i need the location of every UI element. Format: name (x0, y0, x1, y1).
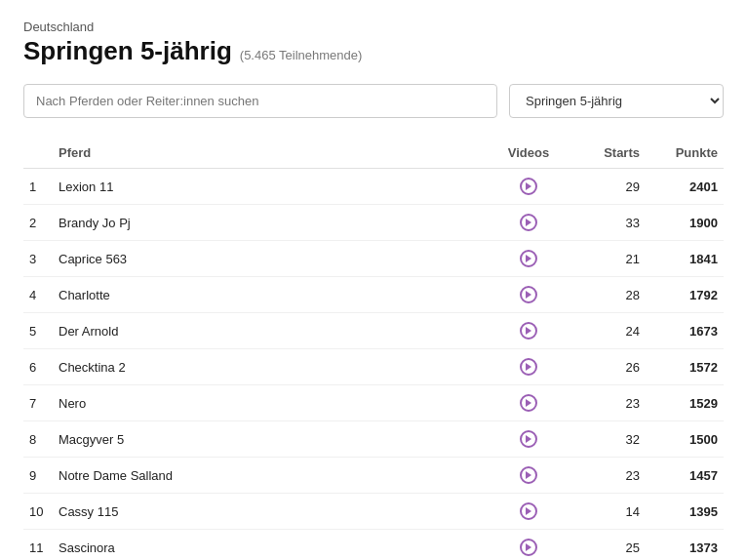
horse-name-cell: Brandy Jo Pj (53, 205, 490, 241)
starts-cell: 29 (568, 169, 646, 205)
rank-column-header (23, 138, 53, 169)
video-cell[interactable] (490, 277, 568, 313)
horse-name-cell: Macgyver 5 (53, 421, 490, 458)
horse-name-cell: Cassy 115 (53, 494, 490, 530)
points-cell: 1792 (646, 277, 724, 313)
points-cell: 1572 (646, 349, 724, 385)
points-cell: 1500 (646, 421, 724, 458)
play-icon[interactable] (520, 178, 537, 195)
rank-cell: 3 (23, 241, 53, 277)
rank-cell: 5 (23, 313, 53, 349)
videos-column-header: Videos (490, 138, 568, 169)
play-icon[interactable] (520, 466, 537, 484)
video-cell[interactable] (490, 421, 568, 458)
play-icon[interactable] (520, 214, 537, 231)
horse-name-cell: Der Arnold (53, 313, 490, 349)
points-cell: 1529 (646, 385, 724, 421)
starts-cell: 23 (568, 458, 646, 494)
starts-column-header: Starts (568, 138, 646, 169)
rank-cell: 6 (23, 349, 53, 385)
table-header-row: Pferd Videos Starts Punkte (23, 138, 724, 169)
horse-name-cell: Charlotte (53, 277, 490, 313)
rank-cell: 8 (23, 421, 53, 458)
video-cell[interactable] (490, 241, 568, 277)
points-cell: 1673 (646, 313, 724, 349)
points-cell: 1841 (646, 241, 724, 277)
starts-cell: 23 (568, 385, 646, 421)
title-row: Springen 5-jährig (5.465 Teilnehmende) (23, 36, 724, 66)
controls-bar: Springen 5-jährigSpringen 4-jährigSpring… (23, 84, 724, 118)
table-row: 3Caprice 563211841 (23, 241, 724, 277)
video-cell[interactable] (490, 205, 568, 241)
video-cell[interactable] (490, 313, 568, 349)
table-row: 4Charlotte281792 (23, 277, 724, 313)
main-container: Deutschland Springen 5-jährig (5.465 Tei… (0, 0, 747, 560)
horse-name-cell: Notre Dame Salland (53, 458, 490, 494)
points-cell: 1395 (646, 494, 724, 530)
category-select[interactable]: Springen 5-jährigSpringen 4-jährigSpring… (509, 84, 724, 118)
points-cell: 1900 (646, 205, 724, 241)
play-icon[interactable] (520, 322, 537, 340)
starts-cell: 26 (568, 349, 646, 385)
table-body: 1Lexion 112924012Brandy Jo Pj3319003Capr… (23, 169, 724, 561)
video-cell[interactable] (490, 494, 568, 530)
starts-cell: 32 (568, 421, 646, 458)
play-icon[interactable] (520, 539, 537, 556)
table-row: 7Nero231529 (23, 385, 724, 421)
rank-cell: 4 (23, 277, 53, 313)
search-input[interactable] (23, 84, 497, 118)
video-cell[interactable] (490, 169, 568, 205)
table-row: 9Notre Dame Salland231457 (23, 458, 724, 494)
video-cell[interactable] (490, 458, 568, 494)
points-cell: 2401 (646, 169, 724, 205)
video-cell[interactable] (490, 349, 568, 385)
table-row: 10Cassy 115141395 (23, 494, 724, 530)
points-cell: 1373 (646, 530, 724, 561)
starts-cell: 33 (568, 205, 646, 241)
rank-cell: 11 (23, 530, 53, 561)
table-row: 1Lexion 11292401 (23, 169, 724, 205)
table-row: 8Macgyver 5321500 (23, 421, 724, 458)
rank-cell: 9 (23, 458, 53, 494)
table-row: 2Brandy Jo Pj331900 (23, 205, 724, 241)
starts-cell: 21 (568, 241, 646, 277)
horse-name-cell: Checktina 2 (53, 349, 490, 385)
rank-cell: 10 (23, 494, 53, 530)
horse-name-cell: Sascinora (53, 530, 490, 561)
participants-count: (5.465 Teilnehmende) (240, 48, 363, 62)
horse-name-cell: Caprice 563 (53, 241, 490, 277)
video-cell[interactable] (490, 385, 568, 421)
table-row: 5Der Arnold241673 (23, 313, 724, 349)
play-icon[interactable] (520, 502, 537, 520)
page-title: Springen 5-jährig (23, 36, 232, 66)
play-icon[interactable] (520, 394, 537, 412)
rank-cell: 7 (23, 385, 53, 421)
rankings-table: Pferd Videos Starts Punkte 1Lexion 11292… (23, 138, 724, 560)
rank-cell: 2 (23, 205, 53, 241)
rank-cell: 1 (23, 169, 53, 205)
points-column-header: Punkte (646, 138, 724, 169)
starts-cell: 25 (568, 530, 646, 561)
starts-cell: 14 (568, 494, 646, 530)
video-cell[interactable] (490, 530, 568, 561)
points-cell: 1457 (646, 458, 724, 494)
table-row: 11Sascinora251373 (23, 530, 724, 561)
horse-name-cell: Lexion 11 (53, 169, 490, 205)
play-icon[interactable] (520, 286, 537, 303)
starts-cell: 24 (568, 313, 646, 349)
play-icon[interactable] (520, 358, 537, 376)
table-row: 6Checktina 2261572 (23, 349, 724, 385)
horse-column-header: Pferd (53, 138, 490, 169)
horse-name-cell: Nero (53, 385, 490, 421)
play-icon[interactable] (520, 250, 537, 267)
play-icon[interactable] (520, 430, 537, 448)
starts-cell: 28 (568, 277, 646, 313)
country-label: Deutschland (23, 20, 724, 34)
